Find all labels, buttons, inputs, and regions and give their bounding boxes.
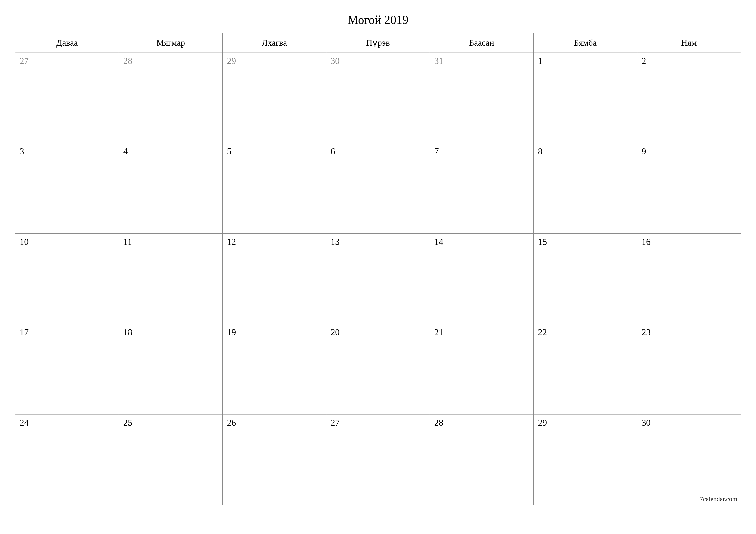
day-cell: 10 <box>15 234 119 324</box>
day-cell: 27 <box>326 415 430 505</box>
day-number: 30 <box>641 418 651 428</box>
day-cell: 30 7calendar.com <box>637 415 741 505</box>
day-cell: 20 <box>326 324 430 415</box>
day-number: 27 <box>331 418 339 428</box>
calendar-week-row: 10 11 12 13 14 15 16 <box>15 234 741 324</box>
weekday-header: Баасан <box>430 33 534 53</box>
day-cell: 7 <box>430 143 534 234</box>
weekday-header: Лхагва <box>223 33 326 53</box>
day-number: 23 <box>641 327 651 337</box>
day-cell: 22 <box>534 324 637 415</box>
day-number: 25 <box>123 418 132 428</box>
day-number: 1 <box>538 56 542 66</box>
day-cell: 14 <box>430 234 534 324</box>
day-number: 21 <box>434 327 443 337</box>
weekday-header: Даваа <box>15 33 119 53</box>
day-number: 29 <box>538 418 547 428</box>
day-cell: 9 <box>637 143 741 234</box>
day-number: 28 <box>123 56 132 66</box>
day-number: 6 <box>331 146 335 156</box>
weekday-header: Ням <box>637 33 741 53</box>
day-number: 14 <box>434 237 443 247</box>
day-cell: 24 <box>15 415 119 505</box>
day-cell: 11 <box>119 234 223 324</box>
day-cell: 5 <box>223 143 326 234</box>
day-number: 7 <box>434 146 439 156</box>
calendar-week-row: 3 4 5 6 7 8 9 <box>15 143 741 234</box>
day-number: 12 <box>227 237 236 247</box>
day-cell: 2 <box>637 53 741 143</box>
day-number: 22 <box>538 327 547 337</box>
day-number: 15 <box>538 237 547 247</box>
weekday-header: Бямба <box>534 33 637 53</box>
day-number: 8 <box>538 146 542 156</box>
day-number: 17 <box>20 327 29 337</box>
day-number: 4 <box>123 146 128 156</box>
weekday-header: Пүрэв <box>326 33 430 53</box>
calendar-week-row: 27 28 29 30 31 1 2 <box>15 53 741 143</box>
day-cell: 28 <box>119 53 223 143</box>
day-number: 28 <box>434 418 443 428</box>
day-cell: 18 <box>119 324 223 415</box>
day-number: 2 <box>641 56 646 66</box>
day-number: 19 <box>227 327 236 337</box>
day-cell: 1 <box>534 53 637 143</box>
day-cell: 23 <box>637 324 741 415</box>
calendar-week-row: 24 25 26 27 28 29 30 7calendar.com <box>15 415 741 505</box>
day-cell: 4 <box>119 143 223 234</box>
day-cell: 8 <box>534 143 637 234</box>
day-cell: 28 <box>430 415 534 505</box>
day-cell: 13 <box>326 234 430 324</box>
day-cell: 3 <box>15 143 119 234</box>
day-cell: 19 <box>223 324 326 415</box>
calendar-table: Даваа Мягмар Лхагва Пүрэв Баасан Бямба Н… <box>15 33 741 505</box>
calendar-body: 27 28 29 30 31 1 2 3 4 5 6 7 8 9 10 11 1… <box>15 53 741 505</box>
day-cell: 21 <box>430 324 534 415</box>
day-cell: 29 <box>534 415 637 505</box>
day-cell: 27 <box>15 53 119 143</box>
day-cell: 25 <box>119 415 223 505</box>
weekday-header-row: Даваа Мягмар Лхагва Пүрэв Баасан Бямба Н… <box>15 33 741 53</box>
day-cell: 30 <box>326 53 430 143</box>
calendar-title: Могой 2019 <box>15 13 741 27</box>
day-number: 18 <box>123 327 132 337</box>
day-cell: 16 <box>637 234 741 324</box>
day-number: 31 <box>434 56 443 66</box>
day-number: 10 <box>20 237 29 247</box>
day-number: 26 <box>227 418 236 428</box>
day-number: 3 <box>20 146 24 156</box>
day-cell: 15 <box>534 234 637 324</box>
day-number: 30 <box>331 56 339 66</box>
day-number: 24 <box>20 418 29 428</box>
day-cell: 17 <box>15 324 119 415</box>
day-number: 11 <box>123 237 132 247</box>
footer-credit: 7calendar.com <box>700 495 737 502</box>
day-number: 29 <box>227 56 236 66</box>
day-cell: 29 <box>223 53 326 143</box>
day-cell: 12 <box>223 234 326 324</box>
day-number: 13 <box>331 237 339 247</box>
day-number: 16 <box>641 237 651 247</box>
day-number: 27 <box>20 56 29 66</box>
day-number: 5 <box>227 146 231 156</box>
day-number: 20 <box>331 327 339 337</box>
day-cell: 6 <box>326 143 430 234</box>
weekday-header: Мягмар <box>119 33 223 53</box>
day-number: 9 <box>641 146 646 156</box>
calendar-week-row: 17 18 19 20 21 22 23 <box>15 324 741 415</box>
day-cell: 26 <box>223 415 326 505</box>
day-cell: 31 <box>430 53 534 143</box>
